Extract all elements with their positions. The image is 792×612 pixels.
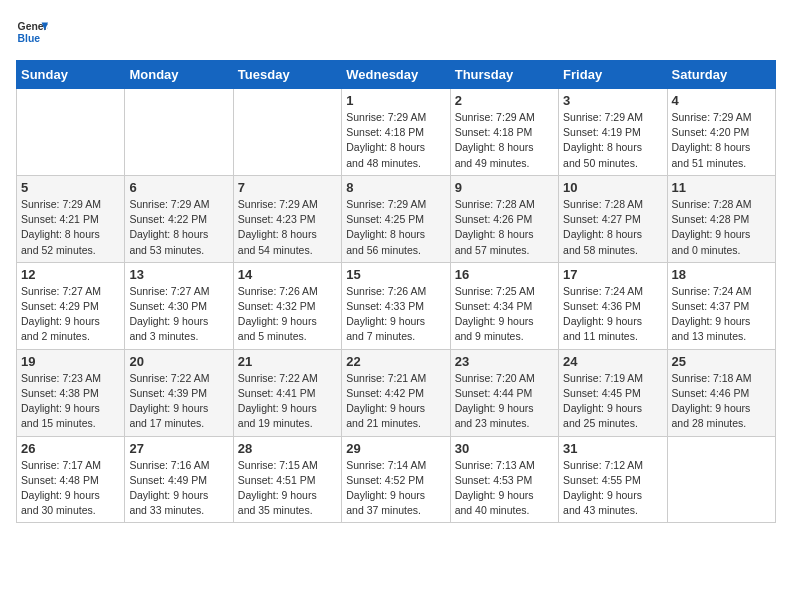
day-number: 12 (21, 267, 120, 282)
day-number: 26 (21, 441, 120, 456)
weekday-header-monday: Monday (125, 61, 233, 89)
day-number: 10 (563, 180, 662, 195)
page-header: General Blue (16, 16, 776, 48)
day-number: 17 (563, 267, 662, 282)
day-number: 4 (672, 93, 771, 108)
weekday-header-saturday: Saturday (667, 61, 775, 89)
calendar-cell: 17Sunrise: 7:24 AM Sunset: 4:36 PM Dayli… (559, 262, 667, 349)
calendar-cell: 26Sunrise: 7:17 AM Sunset: 4:48 PM Dayli… (17, 436, 125, 523)
weekday-header-tuesday: Tuesday (233, 61, 341, 89)
day-info: Sunrise: 7:22 AM Sunset: 4:41 PM Dayligh… (238, 371, 337, 432)
calendar-cell: 7Sunrise: 7:29 AM Sunset: 4:23 PM Daylig… (233, 175, 341, 262)
calendar-cell: 9Sunrise: 7:28 AM Sunset: 4:26 PM Daylig… (450, 175, 558, 262)
day-number: 23 (455, 354, 554, 369)
calendar-cell (17, 89, 125, 176)
calendar-cell: 12Sunrise: 7:27 AM Sunset: 4:29 PM Dayli… (17, 262, 125, 349)
day-number: 9 (455, 180, 554, 195)
svg-text:Blue: Blue (18, 33, 41, 44)
day-info: Sunrise: 7:29 AM Sunset: 4:20 PM Dayligh… (672, 110, 771, 171)
day-number: 16 (455, 267, 554, 282)
day-info: Sunrise: 7:22 AM Sunset: 4:39 PM Dayligh… (129, 371, 228, 432)
weekday-header-friday: Friday (559, 61, 667, 89)
day-info: Sunrise: 7:26 AM Sunset: 4:32 PM Dayligh… (238, 284, 337, 345)
calendar-cell: 6Sunrise: 7:29 AM Sunset: 4:22 PM Daylig… (125, 175, 233, 262)
calendar-cell: 18Sunrise: 7:24 AM Sunset: 4:37 PM Dayli… (667, 262, 775, 349)
calendar-cell: 3Sunrise: 7:29 AM Sunset: 4:19 PM Daylig… (559, 89, 667, 176)
day-number: 7 (238, 180, 337, 195)
calendar-cell: 20Sunrise: 7:22 AM Sunset: 4:39 PM Dayli… (125, 349, 233, 436)
day-number: 24 (563, 354, 662, 369)
calendar-cell: 8Sunrise: 7:29 AM Sunset: 4:25 PM Daylig… (342, 175, 450, 262)
day-number: 3 (563, 93, 662, 108)
day-number: 5 (21, 180, 120, 195)
day-number: 30 (455, 441, 554, 456)
day-info: Sunrise: 7:21 AM Sunset: 4:42 PM Dayligh… (346, 371, 445, 432)
weekday-header-thursday: Thursday (450, 61, 558, 89)
weekday-header-sunday: Sunday (17, 61, 125, 89)
day-info: Sunrise: 7:28 AM Sunset: 4:26 PM Dayligh… (455, 197, 554, 258)
day-info: Sunrise: 7:29 AM Sunset: 4:18 PM Dayligh… (455, 110, 554, 171)
day-number: 31 (563, 441, 662, 456)
day-info: Sunrise: 7:28 AM Sunset: 4:27 PM Dayligh… (563, 197, 662, 258)
day-info: Sunrise: 7:27 AM Sunset: 4:29 PM Dayligh… (21, 284, 120, 345)
day-number: 8 (346, 180, 445, 195)
calendar-cell: 29Sunrise: 7:14 AM Sunset: 4:52 PM Dayli… (342, 436, 450, 523)
day-info: Sunrise: 7:29 AM Sunset: 4:25 PM Dayligh… (346, 197, 445, 258)
logo-icon: General Blue (16, 16, 48, 48)
calendar-cell: 28Sunrise: 7:15 AM Sunset: 4:51 PM Dayli… (233, 436, 341, 523)
day-info: Sunrise: 7:17 AM Sunset: 4:48 PM Dayligh… (21, 458, 120, 519)
day-info: Sunrise: 7:19 AM Sunset: 4:45 PM Dayligh… (563, 371, 662, 432)
day-info: Sunrise: 7:29 AM Sunset: 4:22 PM Dayligh… (129, 197, 228, 258)
calendar-cell: 2Sunrise: 7:29 AM Sunset: 4:18 PM Daylig… (450, 89, 558, 176)
calendar-cell (125, 89, 233, 176)
day-info: Sunrise: 7:29 AM Sunset: 4:18 PM Dayligh… (346, 110, 445, 171)
calendar-cell: 15Sunrise: 7:26 AM Sunset: 4:33 PM Dayli… (342, 262, 450, 349)
calendar-table: SundayMondayTuesdayWednesdayThursdayFrid… (16, 60, 776, 523)
weekday-header-wednesday: Wednesday (342, 61, 450, 89)
day-number: 29 (346, 441, 445, 456)
day-info: Sunrise: 7:20 AM Sunset: 4:44 PM Dayligh… (455, 371, 554, 432)
calendar-cell (667, 436, 775, 523)
day-info: Sunrise: 7:16 AM Sunset: 4:49 PM Dayligh… (129, 458, 228, 519)
day-info: Sunrise: 7:15 AM Sunset: 4:51 PM Dayligh… (238, 458, 337, 519)
day-info: Sunrise: 7:23 AM Sunset: 4:38 PM Dayligh… (21, 371, 120, 432)
logo: General Blue (16, 16, 48, 48)
calendar-cell: 14Sunrise: 7:26 AM Sunset: 4:32 PM Dayli… (233, 262, 341, 349)
day-info: Sunrise: 7:12 AM Sunset: 4:55 PM Dayligh… (563, 458, 662, 519)
day-number: 18 (672, 267, 771, 282)
day-number: 1 (346, 93, 445, 108)
calendar-cell: 16Sunrise: 7:25 AM Sunset: 4:34 PM Dayli… (450, 262, 558, 349)
day-number: 21 (238, 354, 337, 369)
day-number: 19 (21, 354, 120, 369)
day-info: Sunrise: 7:25 AM Sunset: 4:34 PM Dayligh… (455, 284, 554, 345)
day-number: 28 (238, 441, 337, 456)
day-number: 11 (672, 180, 771, 195)
calendar-cell: 1Sunrise: 7:29 AM Sunset: 4:18 PM Daylig… (342, 89, 450, 176)
day-info: Sunrise: 7:14 AM Sunset: 4:52 PM Dayligh… (346, 458, 445, 519)
day-info: Sunrise: 7:18 AM Sunset: 4:46 PM Dayligh… (672, 371, 771, 432)
day-info: Sunrise: 7:13 AM Sunset: 4:53 PM Dayligh… (455, 458, 554, 519)
day-number: 2 (455, 93, 554, 108)
calendar-cell: 30Sunrise: 7:13 AM Sunset: 4:53 PM Dayli… (450, 436, 558, 523)
calendar-cell: 4Sunrise: 7:29 AM Sunset: 4:20 PM Daylig… (667, 89, 775, 176)
calendar-cell: 5Sunrise: 7:29 AM Sunset: 4:21 PM Daylig… (17, 175, 125, 262)
calendar-cell: 19Sunrise: 7:23 AM Sunset: 4:38 PM Dayli… (17, 349, 125, 436)
day-info: Sunrise: 7:24 AM Sunset: 4:36 PM Dayligh… (563, 284, 662, 345)
day-info: Sunrise: 7:28 AM Sunset: 4:28 PM Dayligh… (672, 197, 771, 258)
calendar-cell: 23Sunrise: 7:20 AM Sunset: 4:44 PM Dayli… (450, 349, 558, 436)
calendar-cell: 22Sunrise: 7:21 AM Sunset: 4:42 PM Dayli… (342, 349, 450, 436)
day-number: 14 (238, 267, 337, 282)
day-info: Sunrise: 7:24 AM Sunset: 4:37 PM Dayligh… (672, 284, 771, 345)
day-number: 25 (672, 354, 771, 369)
day-number: 27 (129, 441, 228, 456)
calendar-cell (233, 89, 341, 176)
day-info: Sunrise: 7:27 AM Sunset: 4:30 PM Dayligh… (129, 284, 228, 345)
day-number: 15 (346, 267, 445, 282)
calendar-cell: 24Sunrise: 7:19 AM Sunset: 4:45 PM Dayli… (559, 349, 667, 436)
calendar-cell: 31Sunrise: 7:12 AM Sunset: 4:55 PM Dayli… (559, 436, 667, 523)
day-info: Sunrise: 7:29 AM Sunset: 4:23 PM Dayligh… (238, 197, 337, 258)
day-number: 22 (346, 354, 445, 369)
day-number: 13 (129, 267, 228, 282)
calendar-cell: 25Sunrise: 7:18 AM Sunset: 4:46 PM Dayli… (667, 349, 775, 436)
calendar-cell: 11Sunrise: 7:28 AM Sunset: 4:28 PM Dayli… (667, 175, 775, 262)
